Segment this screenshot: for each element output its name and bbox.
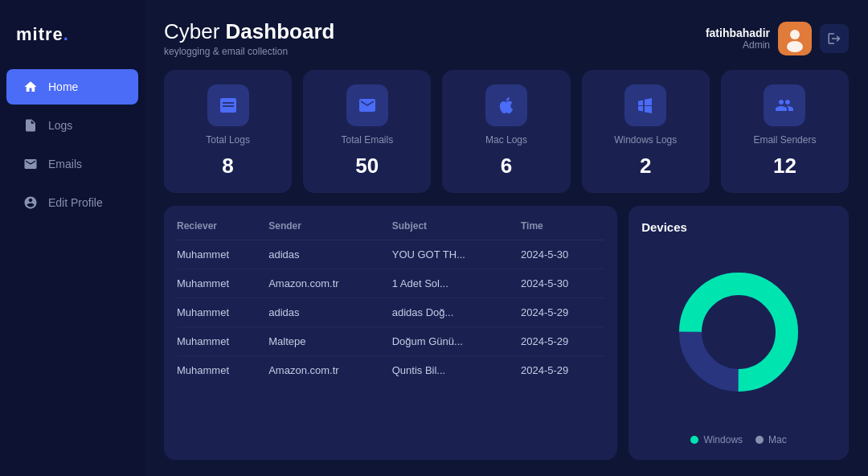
svg-point-2	[787, 41, 803, 52]
mac-legend-dot	[755, 436, 764, 444]
header-subtitle: keylogging & email collection	[164, 46, 334, 57]
cell-receiver: Muhammet	[177, 356, 268, 385]
cell-subject: Quntis Bil...	[392, 356, 521, 385]
devices-card: Devices Windows Mac	[628, 206, 849, 460]
col-time: Time	[521, 220, 604, 240]
stat-card-total-logs: Total Logs 8	[164, 70, 292, 193]
total-logs-icon-wrap	[207, 84, 249, 126]
sidebar-item-emails[interactable]: Emails	[6, 146, 138, 182]
sidebar-item-home-label: Home	[48, 80, 78, 93]
total-emails-icon-wrap	[346, 84, 388, 126]
emails-icon	[23, 156, 39, 172]
devices-title: Devices	[641, 220, 836, 234]
cell-receiver: Muhammet	[177, 240, 268, 269]
email-senders-value: 12	[773, 154, 796, 178]
cell-time: 2024-5-30	[521, 240, 604, 269]
sidebar-item-logs[interactable]: Logs	[6, 108, 138, 143]
logo-accent: .	[63, 24, 69, 44]
header-user: fatihbahadir Admin	[706, 22, 849, 55]
cell-time: 2024-5-29	[521, 298, 604, 327]
windows-legend-dot	[690, 436, 698, 444]
mac-logs-icon-wrap	[485, 84, 527, 126]
sidebar-item-emails-label: Emails	[48, 158, 82, 170]
stat-card-total-emails: Total Emails 50	[303, 70, 431, 193]
cell-subject: Doğum Günü...	[392, 327, 521, 356]
legend-windows: Windows	[690, 434, 743, 445]
table-row: MuhammetMaltepeDoğum Günü...2024-5-29	[177, 327, 604, 356]
total-emails-label: Total Emails	[341, 134, 393, 146]
email-table: Reciever Sender Subject Time Muhammetadi…	[177, 220, 604, 384]
home-icon	[23, 79, 39, 95]
cell-sender: Maltepe	[268, 327, 392, 356]
cell-receiver: Muhammet	[177, 298, 268, 327]
user-role: Admin	[706, 39, 770, 51]
windows-logs-label: Windows Logs	[614, 134, 677, 146]
logs-icon	[23, 117, 39, 133]
avatar	[778, 22, 812, 55]
total-emails-value: 50	[355, 154, 379, 178]
mac-logs-value: 6	[501, 154, 512, 178]
page-title: Cyber Dashboard	[164, 19, 334, 44]
total-logs-label: Total Logs	[206, 134, 250, 146]
sidebar-item-edit-profile-label: Edit Profile	[48, 196, 103, 209]
cell-sender: Amazon.com.tr	[268, 356, 392, 385]
cell-sender: Amazon.com.tr	[268, 269, 392, 298]
stat-card-windows-logs: Windows Logs 2	[582, 70, 710, 193]
sidebar-item-logs-label: Logs	[48, 119, 72, 132]
windows-logs-icon-wrap	[624, 84, 666, 126]
header: Cyber Dashboard keylogging & email colle…	[164, 19, 849, 57]
windows-legend-label: Windows	[703, 434, 743, 445]
mac-logs-label: Mac Logs	[485, 134, 527, 146]
cell-receiver: Muhammet	[177, 327, 268, 356]
cell-subject: YOU GOT TH...	[392, 240, 521, 269]
sidebar-logo: mitre.	[0, 16, 145, 69]
stat-card-email-senders: Email Senders 12	[721, 70, 849, 193]
mac-legend-label: Mac	[768, 434, 787, 445]
sidebar: mitre. Home Logs Emails Edit Profile	[0, 0, 145, 476]
cell-time: 2024-5-29	[521, 356, 604, 385]
table-row: MuhammetAmazon.com.tr1 Adet Sol...2024-5…	[177, 269, 604, 298]
cell-sender: adidas	[268, 240, 392, 269]
email-table-card: Reciever Sender Subject Time Muhammetadi…	[164, 206, 617, 460]
cell-sender: adidas	[268, 298, 392, 327]
legend-mac: Mac	[755, 434, 787, 445]
table-row: MuhammetadidasYOU GOT TH...2024-5-30	[177, 240, 604, 269]
cell-subject: adidas Doğ...	[392, 298, 521, 327]
stat-card-mac-logs: Mac Logs 6	[442, 70, 570, 193]
user-name: fatihbahadir	[706, 27, 770, 39]
col-receiver: Reciever	[177, 220, 268, 240]
windows-logs-value: 2	[640, 154, 651, 178]
title-plain: Cyber	[164, 19, 226, 43]
main-content: Cyber Dashboard keylogging & email colle…	[145, 0, 868, 476]
user-info: fatihbahadir Admin	[706, 27, 770, 51]
stats-row: Total Logs 8 Total Emails 50 Mac Logs 6 …	[164, 70, 849, 193]
col-subject: Subject	[392, 220, 521, 240]
sidebar-item-edit-profile[interactable]: Edit Profile	[6, 185, 138, 220]
devices-legend: Windows Mac	[641, 434, 836, 445]
devices-donut-chart	[674, 268, 803, 396]
table-row: Muhammetadidasadidas Doğ...2024-5-29	[177, 298, 604, 327]
cell-time: 2024-5-30	[521, 269, 604, 298]
edit-profile-icon	[23, 195, 39, 211]
email-senders-icon-wrap	[764, 84, 805, 126]
total-logs-value: 8	[222, 154, 233, 178]
svg-point-1	[790, 30, 800, 39]
donut-container	[641, 242, 836, 421]
logout-button[interactable]	[820, 24, 849, 53]
bottom-row: Reciever Sender Subject Time Muhammetadi…	[164, 206, 849, 460]
col-sender: Sender	[268, 220, 392, 240]
title-bold: Dashboard	[226, 19, 335, 43]
email-senders-label: Email Senders	[753, 134, 816, 146]
cell-receiver: Muhammet	[177, 269, 268, 298]
cell-subject: 1 Adet Sol...	[392, 269, 521, 298]
cell-time: 2024-5-29	[521, 327, 604, 356]
table-row: MuhammetAmazon.com.trQuntis Bil...2024-5…	[177, 356, 604, 385]
sidebar-item-home[interactable]: Home	[6, 69, 138, 105]
sidebar-nav: Home Logs Emails Edit Profile	[0, 69, 145, 460]
header-title-block: Cyber Dashboard keylogging & email colle…	[164, 19, 334, 57]
